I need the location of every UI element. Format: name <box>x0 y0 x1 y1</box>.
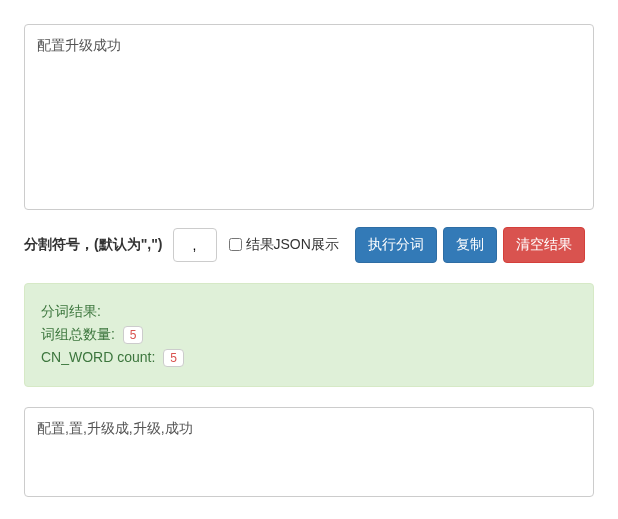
cn-word-count-badge: 5 <box>163 349 184 367</box>
run-segmentation-button[interactable]: 执行分词 <box>355 227 437 263</box>
separator-input[interactable] <box>173 228 217 262</box>
result-panel: 分词结果: 词组总数量: 5 CN_WORD count: 5 <box>24 283 594 388</box>
json-display-checkbox[interactable] <box>229 238 242 251</box>
controls-row: 分割符号，(默认为",") 结果JSON展示 执行分词 复制 清空结果 <box>24 227 594 263</box>
total-count-row: 词组总数量: 5 <box>41 326 577 344</box>
total-count-badge: 5 <box>123 326 144 344</box>
json-display-toggle[interactable]: 结果JSON展示 <box>227 236 339 254</box>
clear-result-button[interactable]: 清空结果 <box>503 227 585 263</box>
total-count-label: 词组总数量: <box>41 326 119 342</box>
separator-label: 分割符号，(默认为",") <box>24 236 163 254</box>
cn-word-count-row: CN_WORD count: 5 <box>41 349 577 367</box>
json-display-label: 结果JSON展示 <box>246 236 339 254</box>
source-text-input[interactable] <box>24 24 594 210</box>
cn-word-count-label: CN_WORD count: <box>41 349 159 365</box>
copy-button[interactable]: 复制 <box>443 227 497 263</box>
result-title: 分词结果: <box>41 303 577 321</box>
result-text-output[interactable] <box>24 407 594 497</box>
